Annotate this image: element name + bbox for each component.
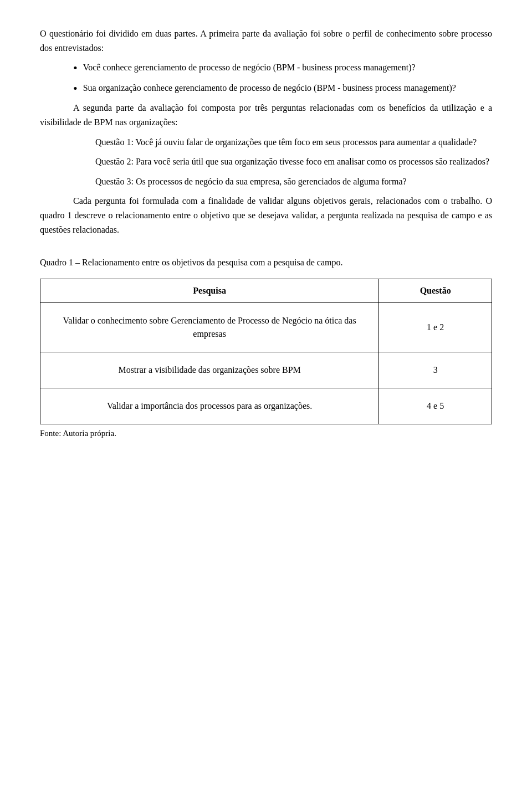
bullet-dot-2: • bbox=[73, 81, 78, 97]
question-3: Questão 3: Os processos de negócio da su… bbox=[95, 175, 492, 189]
paragraph-1: O questionário foi dividido em duas part… bbox=[40, 27, 492, 55]
quadro-table: Pesquisa Questão Validar o conhecimento … bbox=[40, 279, 492, 424]
question-1: Questão 1: Você já ouviu falar de organi… bbox=[95, 135, 492, 150]
paragraph-2: A segunda parte da avaliação foi compost… bbox=[40, 101, 492, 129]
cell-pesquisa-0: Validar o conhecimento sobre Gerenciamen… bbox=[40, 302, 379, 352]
header-questao: Questão bbox=[379, 279, 492, 302]
cell-questao-2: 4 e 5 bbox=[379, 388, 492, 424]
cell-questao-1: 3 bbox=[379, 352, 492, 388]
cell-pesquisa-2: Validar a importância dos processos para… bbox=[40, 388, 379, 424]
table-header-row: Pesquisa Questão bbox=[40, 279, 492, 302]
fonte-text: Fonte: Autoria própria. bbox=[40, 429, 492, 438]
main-content: O questionário foi dividido em duas part… bbox=[40, 27, 492, 438]
spacer bbox=[40, 242, 492, 255]
bullet-text-2: Sua organização conhece gerenciamento de… bbox=[83, 81, 492, 95]
bullet-text-1: Você conhece gerenciamento de processo d… bbox=[83, 60, 492, 75]
cell-questao-0: 1 e 2 bbox=[379, 302, 492, 352]
bullet-dot-1: • bbox=[73, 60, 78, 76]
table-row: Mostrar a visibilidade das organizações … bbox=[40, 352, 492, 388]
table-row: Validar a importância dos processos para… bbox=[40, 388, 492, 424]
header-pesquisa: Pesquisa bbox=[40, 279, 379, 302]
bullet-item-1: • Você conhece gerenciamento de processo… bbox=[73, 60, 492, 76]
paragraph-3: Cada pergunta foi formulada com a finali… bbox=[40, 194, 492, 237]
cell-pesquisa-1: Mostrar a visibilidade das organizações … bbox=[40, 352, 379, 388]
table-row: Validar o conhecimento sobre Gerenciamen… bbox=[40, 302, 492, 352]
question-2: Questão 2: Para você seria útil que sua … bbox=[95, 155, 492, 169]
bullet-item-2: • Sua organização conhece gerenciamento … bbox=[73, 81, 492, 97]
quadro-title: Quadro 1 – Relacionamento entre os objet… bbox=[40, 255, 492, 270]
